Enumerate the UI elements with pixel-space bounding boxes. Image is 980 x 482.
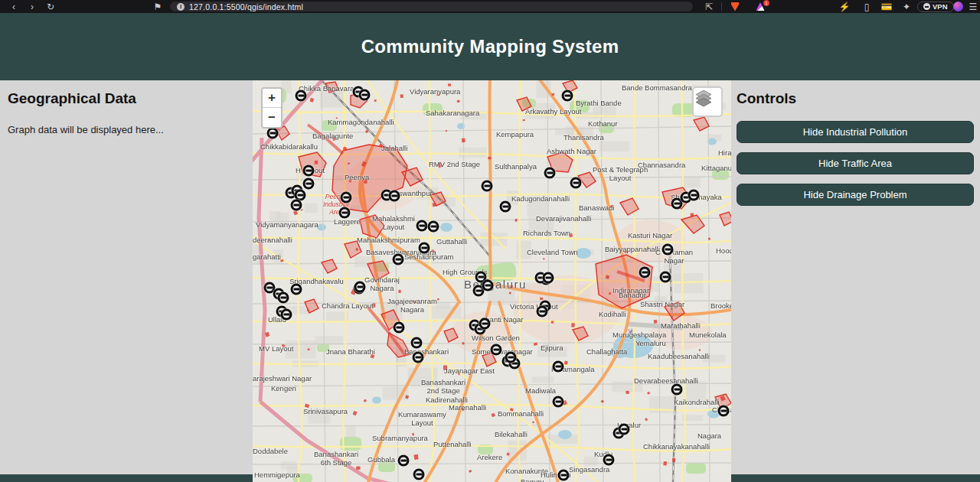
map-marker[interactable] [688, 190, 700, 201]
map-marker[interactable] [482, 280, 494, 291]
profile-avatar[interactable] [953, 2, 963, 11]
map-marker[interactable] [394, 322, 405, 334]
community-mapping-app: ‹ › ↻ ⚑ i 127.0.0.1:5500/qgis/index.html… [0, 0, 980, 482]
map-marker[interactable] [491, 344, 502, 356]
reload-icon[interactable]: ↻ [44, 0, 57, 13]
map-marker[interactable] [505, 352, 517, 363]
map-marker[interactable] [278, 292, 289, 304]
speedreader-icon[interactable]: ⚡ [838, 0, 851, 13]
map-marker[interactable] [660, 272, 671, 283]
map-marker[interactable] [479, 318, 491, 330]
map-marker[interactable] [570, 177, 582, 189]
forward-icon[interactable]: › [26, 0, 38, 13]
vpn-icon [923, 3, 930, 10]
map-marker[interactable] [389, 191, 400, 202]
sidebar-icon[interactable]: ▯ [861, 0, 873, 13]
map-marker[interactable] [393, 254, 404, 265]
bookmark-icon[interactable]: ⚑ [152, 0, 164, 13]
map-marker[interactable] [398, 455, 410, 467]
controls-panel: Controls Hide Industrial Pollution Hide … [731, 80, 980, 474]
map-marker[interactable] [339, 207, 351, 219]
map-marker[interactable] [419, 243, 430, 254]
notification-badge: 1 [763, 0, 769, 6]
leaflet-map[interactable]: ✈ Chikka BanavaraVidyaranyapuraBande Bom… [253, 80, 731, 482]
map-marker[interactable] [411, 337, 423, 349]
map-marker[interactable] [639, 267, 651, 278]
map-marker[interactable] [296, 90, 307, 102]
geographical-data-title: Geographical Data [8, 90, 245, 107]
page-header: Community Mapping System [0, 13, 980, 80]
menu-icon[interactable]: ☰ [968, 0, 978, 13]
map-marker[interactable] [281, 309, 292, 321]
page-title: Community Mapping System [361, 36, 619, 57]
layers-icon [694, 88, 714, 108]
back-icon[interactable]: ‹ [8, 0, 20, 13]
map-marker[interactable] [671, 384, 683, 396]
map-zoom-control: + − [261, 87, 283, 129]
vpn-button[interactable]: VPN [917, 2, 954, 12]
brave-shield-icon[interactable] [729, 0, 741, 13]
map-marker[interactable] [341, 192, 352, 204]
map-marker[interactable] [537, 306, 548, 318]
url-text: 127.0.0.1:5500/qgis/index.html [189, 2, 303, 11]
zoom-out-button[interactable]: − [263, 108, 281, 127]
map-marker[interactable] [500, 201, 511, 213]
map-marker[interactable] [291, 200, 302, 211]
map-marker[interactable] [562, 90, 573, 102]
hide-industrial-pollution-button[interactable]: Hide Industrial Pollution [737, 121, 974, 143]
map-marker[interactable] [558, 470, 570, 481]
map-marker[interactable] [553, 361, 564, 373]
map-marker[interactable] [718, 405, 730, 417]
map-marker[interactable] [413, 469, 425, 480]
map-marker[interactable] [482, 181, 493, 192]
url-bar[interactable]: i 127.0.0.1:5500/qgis/index.html [170, 2, 693, 11]
controls-title: Controls [737, 90, 974, 107]
toolbar-divider [721, 2, 722, 11]
map-marker[interactable] [619, 424, 630, 435]
map-marker[interactable] [303, 178, 315, 190]
map-marker[interactable] [543, 272, 554, 284]
map-marker[interactable] [303, 165, 315, 177]
map-marker[interactable] [354, 282, 366, 293]
map-marker[interactable] [413, 352, 424, 363]
map-marker[interactable] [416, 220, 428, 232]
map-marker[interactable] [603, 454, 615, 466]
map-marker[interactable] [544, 168, 556, 179]
zoom-in-button[interactable]: + [263, 89, 281, 108]
map-marker[interactable] [553, 396, 564, 408]
map-marker[interactable] [291, 284, 302, 295]
leo-ai-icon[interactable]: 1 [753, 0, 767, 13]
geographical-data-panel: Geographical Data Graph data will be dis… [0, 80, 253, 474]
layers-control-button[interactable] [692, 86, 723, 117]
share-icon[interactable]: ⇱ [703, 0, 715, 13]
map-marker[interactable] [662, 244, 674, 256]
hide-traffic-area-button[interactable]: Hide Traffic Area [737, 152, 974, 174]
map-marker[interactable] [267, 128, 279, 139]
map-marker[interactable] [359, 90, 371, 101]
sparkle-icon[interactable]: ✦ [900, 0, 913, 13]
graph-placeholder-text: Graph data will be displayed here... [8, 124, 245, 135]
site-info-icon[interactable]: i [177, 3, 185, 11]
browser-toolbar: ‹ › ↻ ⚑ i 127.0.0.1:5500/qgis/index.html… [0, 0, 980, 13]
wallet-icon[interactable]: 💳 [880, 0, 893, 13]
map-marker[interactable] [428, 221, 439, 233]
hide-drainage-problem-button[interactable]: Hide Drainage Problem [737, 184, 974, 206]
